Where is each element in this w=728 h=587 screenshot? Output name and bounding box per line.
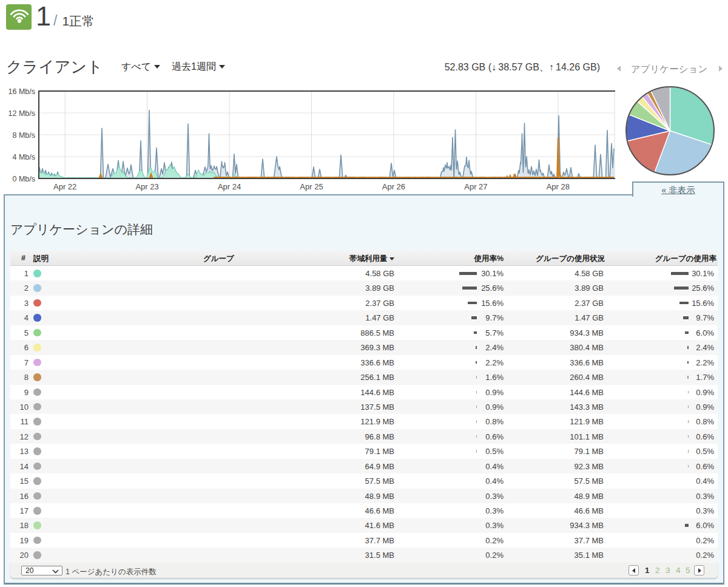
svg-text:Apr 24: Apr 24 — [218, 182, 241, 191]
svg-text:Apr 25: Apr 25 — [300, 182, 323, 191]
svg-text:Apr 27: Apr 27 — [464, 182, 487, 191]
svg-text:12 Mb/s: 12 Mb/s — [8, 109, 35, 118]
svg-text:Apr 22: Apr 22 — [53, 182, 76, 191]
svg-text:Apr 23: Apr 23 — [135, 182, 158, 191]
svg-text:4 Mb/s: 4 Mb/s — [12, 153, 35, 161]
svg-text:8 Mb/s: 8 Mb/s — [12, 131, 35, 140]
svg-text:16 Mb/s: 16 Mb/s — [8, 87, 35, 96]
svg-text:0 Mb/s: 0 Mb/s — [12, 175, 35, 183]
svg-text:Apr 26: Apr 26 — [382, 182, 405, 191]
svg-text:Apr 28: Apr 28 — [547, 182, 570, 191]
